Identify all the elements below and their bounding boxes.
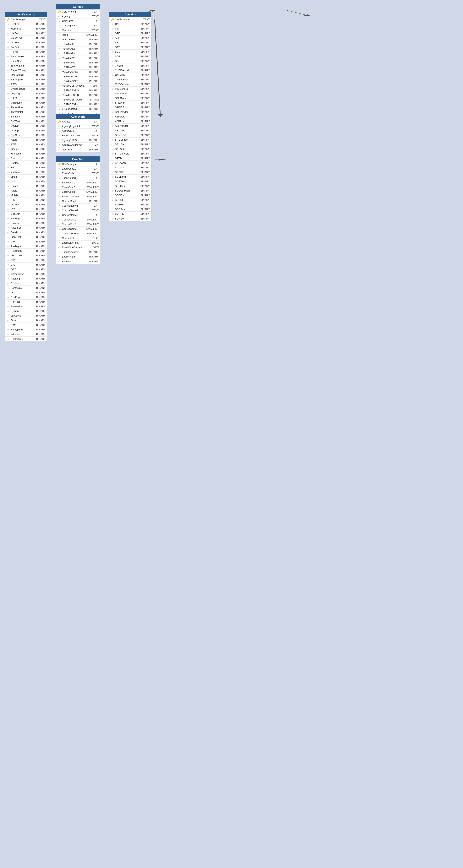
- field-name-label: NetFnd: [11, 32, 28, 35]
- diamond-icon: ◇: [111, 171, 114, 173]
- table-row: ◇SATGenBINARY: [109, 165, 151, 170]
- domains-header: Domains: [109, 12, 151, 17]
- field-name-label: SOR: [115, 60, 132, 62]
- field-name-label: CertName: [62, 20, 81, 22]
- diamond-icon: ◇: [58, 139, 61, 141]
- field-name-label: AgencyLogoLink: [62, 125, 81, 128]
- diamond-icon: ◇: [6, 74, 10, 76]
- field-type-label: BINARY: [32, 310, 45, 312]
- diamond-icon: ◇: [111, 106, 114, 108]
- field-type-label: BINARY: [136, 143, 150, 146]
- field-type-label: TEXT: [85, 163, 99, 165]
- field-name-label: ASPPriv: [115, 120, 132, 123]
- table-row: ◇SRMPMBINARY: [109, 128, 151, 133]
- diamond-icon: ◇: [6, 180, 10, 183]
- table-row: ◇JavaBINARY: [5, 318, 47, 323]
- table-row: ◇m8570IASAE2BINARY: [56, 74, 100, 79]
- table-row: ◇SAEVendorBINARY: [109, 110, 151, 114]
- field-name-label: CertAcronym: [62, 163, 81, 165]
- table-row: ◇SoftTestBINARY: [5, 119, 47, 124]
- secKeywords-header: SecKeywords: [5, 12, 47, 17]
- diamond-icon: ◇: [111, 51, 114, 53]
- field-name-label: ProgMgmt: [11, 249, 28, 252]
- table-row: ◇MicrosoftBINARY: [5, 151, 47, 156]
- table-row: ◇IHBINARY: [5, 290, 47, 295]
- diamond-icon: ◇: [58, 38, 61, 40]
- field-name-label: ExamCost1: [62, 181, 81, 184]
- field-type-label: BINARY: [32, 23, 45, 26]
- field-type-label: BINARY: [85, 139, 99, 142]
- diamond-icon: ◇: [58, 172, 61, 174]
- table-row: ◇FortinetBINARY: [5, 161, 47, 165]
- table-row: ◇SoftDevBINARY: [5, 114, 47, 119]
- field-type-label: BINARY: [32, 157, 45, 160]
- diamond-icon: ◇: [111, 125, 114, 127]
- table-row: ◇GoogleBINARY: [5, 147, 47, 151]
- field-name-label: Mobile: [11, 194, 28, 197]
- agencyInfo-body: 🔑AgencyTEXT◇AgencyLogoLinkTEXT◇AgencySit…: [56, 119, 100, 152]
- diamond-icon: ◇: [58, 200, 61, 202]
- field-type-label: BINARY: [32, 245, 45, 248]
- field-name-label: DoDm8570: [62, 38, 81, 41]
- field-type-label: BINARY: [136, 185, 150, 187]
- field-name-label: ISO27001: [11, 254, 28, 257]
- diamond-icon: ◇: [6, 157, 10, 159]
- field-name-label: SoftDev: [11, 115, 28, 118]
- table-row: ◇DoDm8570BINARY: [56, 37, 100, 42]
- table-row: ◇ThreatHuntBINARY: [5, 105, 47, 110]
- svg-line-2: [155, 20, 160, 117]
- field-type-label: BINARY: [136, 180, 150, 183]
- secKeywords-table: SecKeywords 🔑CertAcronymTEXT◇SecFndBINAR…: [5, 11, 47, 341]
- diamond-icon: ◇: [58, 205, 61, 207]
- field-name-label: FoundationDate: [62, 134, 81, 137]
- field-name-label: Javascript: [11, 314, 28, 317]
- table-row: ◇CNSVendorBINARY: [109, 78, 151, 82]
- diamond-icon: ◇: [6, 305, 10, 307]
- diamond-icon: ◇: [6, 213, 10, 215]
- field-type-label: BINARY: [32, 226, 45, 229]
- field-type-label: BINARY: [85, 260, 99, 263]
- field-type-label: BINARY: [136, 41, 150, 44]
- field-type-label: BINARY: [32, 305, 45, 308]
- field-type-label: BINARY: [32, 46, 45, 49]
- field-type-label: BINARY: [86, 98, 99, 101]
- table-row: ◇TechWritingBINARY: [5, 63, 47, 68]
- field-type-label: BINARY: [136, 152, 150, 155]
- table-row: ◇SDSLangBINARY: [109, 175, 151, 179]
- agencyInfo-table: AgencyInfo 🔑AgencyTEXT◇AgencyLogoLinkTEX…: [56, 114, 100, 152]
- field-name-label: SOBFor: [115, 194, 132, 197]
- field-type-label: BINARY: [32, 268, 45, 271]
- field-type-label: BINARY: [32, 101, 45, 104]
- examInfo-table: ExamInfo 🔑CertAcronymTEXT◇ExamCode1TEXT◇…: [56, 156, 100, 264]
- field-name-label: ExamPractical: [62, 251, 81, 253]
- field-type-label: BINARY: [85, 199, 99, 203]
- diamond-icon: ◇: [111, 120, 114, 122]
- diamond-icon: ◇: [6, 65, 10, 67]
- table-row: ◇SecControlsBINARY: [5, 54, 47, 59]
- field-type-label: BINARY: [136, 171, 150, 174]
- field-type-label: TEXT: [85, 29, 99, 32]
- diamond-icon: ◇: [58, 149, 61, 151]
- field-name-label: OpTech: [11, 203, 28, 206]
- diamond-icon: ◇: [6, 171, 10, 173]
- field-type-label: BINARY: [136, 92, 150, 95]
- domains-table: Domains 🔑CertAcronymTEXT◇CNSBINARY◇IAMBI…: [109, 11, 151, 221]
- diamond-icon: ◇: [111, 194, 114, 196]
- diamond-icon: ◇: [6, 79, 10, 81]
- diamond-icon: ◇: [6, 23, 10, 25]
- diamond-icon: ◇: [6, 176, 10, 178]
- diamond-icon: ◇: [6, 291, 10, 293]
- diamond-icon: ◇: [58, 80, 61, 82]
- field-type-label: BINARY: [85, 75, 99, 78]
- diamond-icon: ◇: [58, 242, 61, 244]
- diamond-icon: ◇: [6, 88, 10, 90]
- field-name-label: SORRE: [115, 212, 132, 215]
- table-row: ◇DevNetBINARY: [5, 124, 47, 128]
- field-name-label: CourseLink: [62, 237, 81, 240]
- field-name-label: CourseCost3: [62, 227, 81, 230]
- field-type-label: BINARY: [32, 328, 45, 331]
- diamond-icon: ◇: [6, 69, 10, 71]
- field-name-label: SORGen: [115, 217, 132, 220]
- diamond-icon: ◇: [111, 162, 114, 164]
- table-row: ◇EvidenceColBINARY: [5, 87, 47, 91]
